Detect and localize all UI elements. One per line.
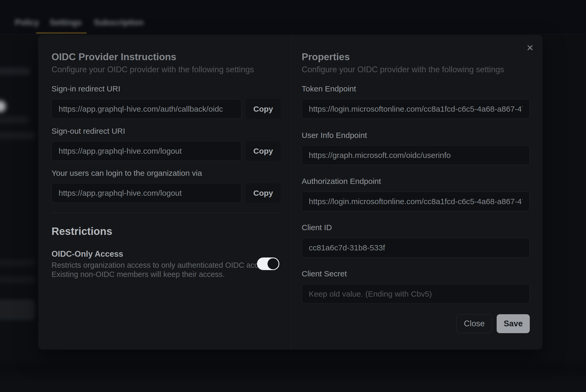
blurred-text-fragment [0,276,35,283]
restrictions-divider [52,213,281,213]
properties-subtitle: Configure your OIDC provider with the fo… [302,65,504,75]
toggle-knob [268,258,279,269]
oidc-settings-dialog: ✕ OIDC Provider Instructions Configure y… [38,35,542,349]
tab-settings: Settings [50,17,82,28]
tab-policy: Policy [15,17,39,28]
oidc-only-access-description: Restricts organization access to only au… [52,261,279,270]
token-endpoint-input[interactable] [302,99,530,119]
client-id-label: Client ID [302,223,332,232]
client-secret-input[interactable] [302,284,530,304]
tab-subscription: Subscription [94,17,143,28]
oidc-only-access-label: OIDC-Only Access [52,249,123,259]
oidc-only-access-toggle[interactable] [257,257,279,270]
copy-signin-button[interactable]: Copy [245,99,281,119]
restrictions-heading: Restrictions [52,225,112,238]
blurred-background-button [0,300,35,320]
tabbar-divider [0,34,586,35]
user-info-endpoint-input[interactable] [302,145,530,165]
signout-redirect-input[interactable] [52,141,241,161]
save-button[interactable]: Save [497,314,530,333]
signin-redirect-input[interactable] [52,99,241,119]
close-button[interactable]: Close [456,314,492,333]
blurred-text-fragment [0,132,35,139]
token-endpoint-label: Token Endpoint [302,84,356,94]
login-via-label: Your users can login to the organization… [52,168,202,178]
properties-title: Properties [302,51,350,63]
blurred-text-fragment [0,116,29,123]
active-tab-underline [36,32,87,34]
blurred-text-fragment [0,260,35,266]
column-divider [291,35,291,349]
copy-login-via-button[interactable]: Copy [245,183,281,203]
login-via-input[interactable] [52,183,241,203]
close-icon[interactable]: ✕ [525,43,535,53]
authorization-endpoint-label: Authorization Endpoint [302,177,381,186]
copy-signout-button[interactable]: Copy [245,141,281,161]
oidc-only-access-description: Existing non-OIDC members will keep thei… [52,270,225,279]
signin-redirect-label: Sign-in redirect URI [52,84,120,94]
signout-redirect-label: Sign-out redirect URI [52,126,125,136]
client-secret-label: Client Secret [302,269,347,278]
instructions-subtitle: Configure your OIDC provider with the fo… [52,65,254,75]
client-id-input[interactable] [302,238,530,257]
user-info-endpoint-label: User Info Endpoint [302,131,367,140]
authorization-endpoint-input[interactable] [302,192,530,211]
blurred-text-fragment [0,68,30,75]
instructions-title: OIDC Provider Instructions [52,51,176,63]
